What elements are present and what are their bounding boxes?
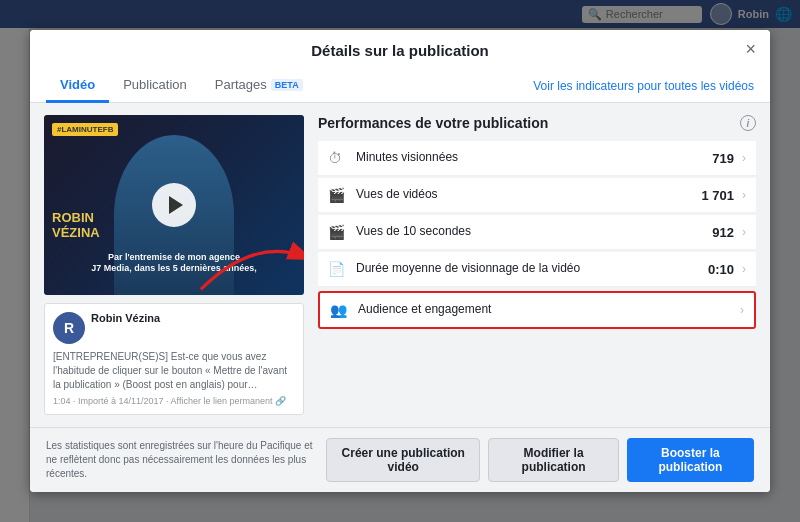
stat-value-duree: 0:10 (708, 262, 734, 277)
beta-badge: BETA (271, 79, 303, 91)
stat-icon-vues-10s: 🎬 (328, 224, 356, 240)
stat-icon-duree: 📄 (328, 261, 356, 277)
stat-label-vues-videos: Vues de vidéos (356, 187, 701, 203)
modal-dialog: Détails sur la publication × Vidéo Publi… (30, 30, 770, 492)
chevron-icon-vues-videos: › (742, 188, 746, 202)
right-panel: Performances de votre publication i ⏱ Mi… (318, 115, 756, 415)
post-text: [ENTREPRENEUR(SE)S] Est-ce que vous avez… (53, 350, 295, 392)
modal-overlay: Détails sur la publication × Vidéo Publi… (0, 0, 800, 522)
modal-tabs: Vidéo Publication Partages BETA Voir les… (46, 69, 754, 102)
modal-footer: Les statistiques sont enregistrées sur l… (30, 427, 770, 492)
modify-publication-button[interactable]: Modifier la publication (488, 438, 618, 482)
close-button[interactable]: × (745, 40, 756, 58)
stats-title: Performances de votre publication (318, 115, 548, 131)
post-card: R Robin Vézina [ENTREPRENEUR(SE)S] Est-c… (44, 303, 304, 415)
stat-row-audience[interactable]: 👥 Audience et engagement › (318, 291, 756, 329)
post-avatar: R (53, 312, 85, 344)
stat-row-vues-10s[interactable]: 🎬 Vues de 10 secondes 912 › (318, 215, 756, 250)
tab-partages[interactable]: Partages BETA (201, 69, 317, 103)
chevron-icon-vues-10s: › (742, 225, 746, 239)
footer-actions: Créer une publication vidéo Modifier la … (326, 438, 754, 482)
stat-value-minutes: 719 (712, 151, 734, 166)
info-icon[interactable]: i (740, 115, 756, 131)
chevron-icon-duree: › (742, 262, 746, 276)
stat-row-vues-videos[interactable]: 🎬 Vues de vidéos 1 701 › (318, 178, 756, 213)
boost-publication-button[interactable]: Booster la publication (627, 438, 754, 482)
post-card-header: R Robin Vézina (53, 312, 295, 344)
modal-title: Détails sur la publication (46, 42, 754, 59)
chevron-icon-minutes: › (742, 151, 746, 165)
video-text-overlay: Par l'entremise de mon agenceJ7 Media, d… (44, 252, 304, 275)
stat-value-vues-videos: 1 701 (701, 188, 734, 203)
video-thumbnail[interactable]: #LAMINUTEFB ROBINVÉZINA Par l'entremise … (44, 115, 304, 295)
stats-header: Performances de votre publication i (318, 115, 756, 131)
play-button[interactable] (152, 183, 196, 227)
stat-row-duree[interactable]: 📄 Durée moyenne de visionnage de la vidé… (318, 252, 756, 287)
stat-label-minutes: Minutes visionnées (356, 150, 712, 166)
stat-icon-minutes: ⏱ (328, 150, 356, 166)
stat-icon-audience: 👥 (330, 302, 358, 318)
tab-partages-label: Partages (215, 77, 267, 92)
footer-note: Les statistiques sont enregistrées sur l… (46, 439, 326, 481)
left-panel: #LAMINUTEFB ROBINVÉZINA Par l'entremise … (44, 115, 304, 415)
stat-label-duree: Durée moyenne de visionnage de la vidéo (356, 261, 708, 277)
stat-value-vues-10s: 912 (712, 225, 734, 240)
tab-video[interactable]: Vidéo (46, 69, 109, 103)
stat-label-vues-10s: Vues de 10 secondes (356, 224, 712, 240)
stat-row-minutes[interactable]: ⏱ Minutes visionnées 719 › (318, 141, 756, 176)
all-videos-link[interactable]: Voir les indicateurs pour toutes les vid… (523, 71, 754, 101)
create-video-button[interactable]: Créer une publication vidéo (326, 438, 480, 482)
stat-icon-vues-videos: 🎬 (328, 187, 356, 203)
chevron-icon-audience: › (740, 303, 744, 317)
post-author: Robin Vézina (91, 312, 160, 344)
post-meta: 1:04 · Importé à 14/11/2017 · Afficher l… (53, 396, 295, 406)
video-person-name: ROBINVÉZINA (52, 211, 100, 240)
stat-label-audience: Audience et engagement (358, 302, 732, 318)
tab-publication[interactable]: Publication (109, 69, 201, 103)
modal-header: Détails sur la publication × Vidéo Publi… (30, 30, 770, 103)
modal-body: #LAMINUTEFB ROBINVÉZINA Par l'entremise … (30, 103, 770, 427)
